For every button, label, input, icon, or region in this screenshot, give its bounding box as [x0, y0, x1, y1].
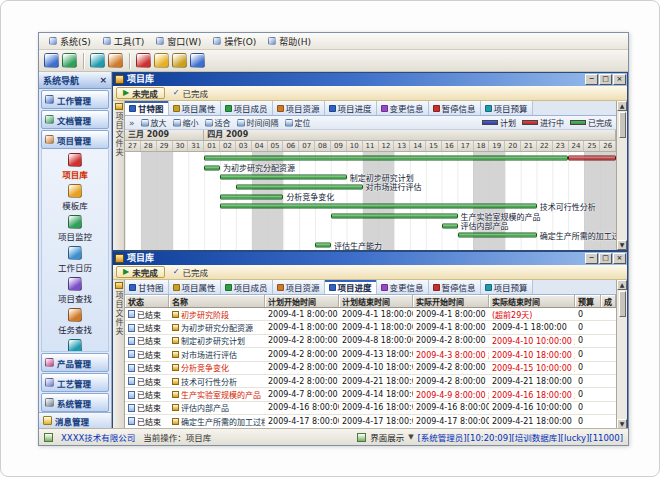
gantt-bar[interactable] [204, 165, 220, 170]
gantt-bar[interactable] [220, 175, 347, 180]
project-folder-vertical-tab[interactable]: 项目文件夹 [113, 101, 125, 250]
minimize-icon[interactable]: ─ [585, 74, 598, 85]
lock-icon[interactable] [154, 53, 169, 68]
column-header-4[interactable]: 实际开始时间 [413, 295, 489, 307]
tab-finished[interactable]: ✓已完成 [167, 266, 214, 278]
gantt-row[interactable] [125, 153, 616, 163]
scroll-down-icon[interactable]: ▼ [617, 240, 627, 250]
maximize-icon[interactable]: □ [599, 253, 612, 264]
table-row[interactable]: 已结束技术可行性分析2009-4-2 8:00:002009-4-21 18:0… [125, 375, 616, 388]
group-work[interactable]: 工作管理 [41, 90, 109, 109]
column-header-0[interactable]: 状态 [125, 295, 169, 307]
gantt-bar[interactable] [442, 223, 458, 228]
scroll-up-icon[interactable]: ▲ [617, 101, 627, 111]
menu-operate[interactable]: 操作(O) [207, 34, 262, 49]
zoom-out-button[interactable]: 缩小 [173, 117, 199, 128]
nav-project-monitor[interactable]: 项目监控 [42, 215, 108, 242]
gantt-subtab-2[interactable]: 项目成员 [221, 101, 273, 115]
column-header-6[interactable]: 预算 [575, 295, 601, 307]
column-header-1[interactable]: 名称 [169, 295, 265, 307]
gantt-subtab-1[interactable]: 项目属性 [169, 101, 221, 115]
gantt-row[interactable]: 生产实验室规模的产品 [125, 211, 616, 221]
close-icon[interactable]: × [613, 74, 626, 85]
nav-project-doc-search[interactable]: 项目文档查找 [42, 339, 108, 352]
interval-button[interactable]: 时间间隔 [237, 117, 279, 128]
column-header-5[interactable]: 实际结束时间 [489, 295, 575, 307]
nav-task-search[interactable]: 任务查找 [42, 308, 108, 335]
group-project[interactable]: 项目管理 [41, 130, 109, 149]
tab-unfinished[interactable]: ▶未完成 [116, 266, 165, 278]
gantt-subtab-3[interactable]: 项目资源 [273, 101, 325, 115]
gantt-row[interactable]: 评估生产能力 [125, 240, 616, 250]
gantt-bar[interactable] [458, 233, 537, 238]
vertical-scrollbar[interactable]: ▲ ▼ [616, 280, 627, 428]
menu-system[interactable]: 系统(S) [43, 34, 97, 49]
gantt-bar-remaining[interactable] [568, 155, 616, 160]
group-process[interactable]: 工艺管理 [41, 373, 109, 392]
help-icon[interactable] [190, 53, 205, 68]
close-icon[interactable]: × [99, 75, 107, 85]
tab-unfinished[interactable]: ▶未完成 [116, 87, 165, 99]
progress-subtab-7[interactable]: 项目预算 [481, 280, 533, 294]
gantt-subtab-0[interactable]: 甘特图 [125, 101, 169, 115]
table-row[interactable]: 已结束初步研究阶段2009-4-1 8:00:002009-4-1 18:00:… [125, 308, 616, 321]
message-icon[interactable] [90, 53, 105, 68]
progress-subtab-1[interactable]: 项目属性 [169, 280, 221, 294]
tab-finished[interactable]: ✓已完成 [167, 87, 214, 99]
menu-tools[interactable]: 工具(T) [97, 34, 151, 49]
table-row[interactable]: 已结束生产实验室规模的产品2009-4-7 8:00:002009-4-14 1… [125, 388, 616, 401]
progress-subtab-2[interactable]: 项目成员 [221, 280, 273, 294]
scroll-up-icon[interactable]: ▲ [617, 280, 627, 290]
gantt-bar[interactable] [204, 155, 568, 160]
gantt-subtab-6[interactable]: 暂停信息 [429, 101, 481, 115]
chevron-down-icon[interactable]: ▼ [408, 433, 413, 441]
gantt-subtab-7[interactable]: 项目预算 [481, 101, 533, 115]
group-product[interactable]: 产品管理 [41, 353, 109, 372]
gantt-bar[interactable] [236, 184, 363, 189]
view-mode-label[interactable]: 界面展示 [370, 431, 404, 443]
menu-help[interactable]: 帮助(H) [262, 34, 317, 49]
scroll-down-icon[interactable]: ▼ [617, 419, 627, 428]
gantt-row[interactable]: 技术可行性分析 [125, 202, 616, 212]
progress-subtab-0[interactable]: 甘特图 [125, 280, 169, 294]
table-row[interactable]: 已结束制定初步研究计划2009-4-2 8:00:002009-4-8 18:0… [125, 335, 616, 348]
gantt-bar[interactable] [315, 243, 331, 248]
gantt-bar[interactable] [220, 204, 537, 209]
table-row[interactable]: 已结束确定生产所需的加工过程2009-4-17 8:00:002009-4-17… [125, 415, 616, 428]
chevron-right-icon[interactable]: » [129, 118, 135, 128]
gantt-window-titlebar[interactable]: 项目库 ─ □ × [113, 73, 627, 86]
column-header-2[interactable]: 计划开始时间 [265, 295, 339, 307]
fit-button[interactable]: 适合 [205, 117, 231, 128]
locate-button[interactable]: 定位 [285, 117, 311, 128]
nav-project-library[interactable]: 项目库 [42, 153, 108, 180]
zoom-in-button[interactable]: 放大 [141, 117, 167, 128]
home-icon[interactable] [44, 53, 59, 68]
progress-subtab-3[interactable]: 项目资源 [273, 280, 325, 294]
menu-window[interactable]: 窗口(W) [150, 34, 207, 49]
view-icon[interactable] [62, 53, 77, 68]
key-icon[interactable] [172, 53, 187, 68]
gantt-row[interactable]: 对市场进行评估 [125, 182, 616, 192]
group-docs[interactable]: 文档管理 [41, 110, 109, 129]
table-row[interactable]: 已结束对市场进行评估2009-4-2 8:00:002009-4-13 18:0… [125, 348, 616, 361]
nav-work-calendar[interactable]: 工作日历 [42, 246, 108, 273]
column-header-7[interactable]: 成 [601, 295, 616, 307]
close-icon[interactable]: × [613, 253, 626, 264]
maximize-icon[interactable]: □ [599, 74, 612, 85]
nav-template-library[interactable]: 模板库 [42, 184, 108, 211]
scroll-thumb[interactable] [619, 291, 626, 317]
vertical-scrollbar[interactable]: ▲ ▼ [616, 101, 627, 250]
minimize-icon[interactable]: ─ [585, 253, 598, 264]
progress-subtab-4[interactable]: 项目进度 [325, 280, 377, 294]
exit-icon[interactable] [136, 53, 151, 68]
gantt-subtab-5[interactable]: 变更信息 [377, 101, 429, 115]
gantt-bar[interactable] [220, 194, 283, 199]
progress-window-titlebar[interactable]: 项目库 ─ □ × [113, 252, 627, 265]
table-row[interactable]: 已结束分析竞争变化2009-4-2 8:00:002009-4-10 18:00… [125, 362, 616, 375]
table-row[interactable]: 已结束为初步研究分配资源2009-4-1 8:00:002009-4-1 18:… [125, 321, 616, 334]
nav-project-search[interactable]: 项目查找 [42, 277, 108, 304]
gantt-subtab-4[interactable]: 项目进度 [325, 101, 377, 115]
table-row[interactable]: 已结束评估内部产品2009-4-16 8:00:002009-4-16 18:0… [125, 402, 616, 415]
progress-subtab-6[interactable]: 暂停信息 [429, 280, 481, 294]
gantt-bar[interactable] [331, 214, 458, 219]
